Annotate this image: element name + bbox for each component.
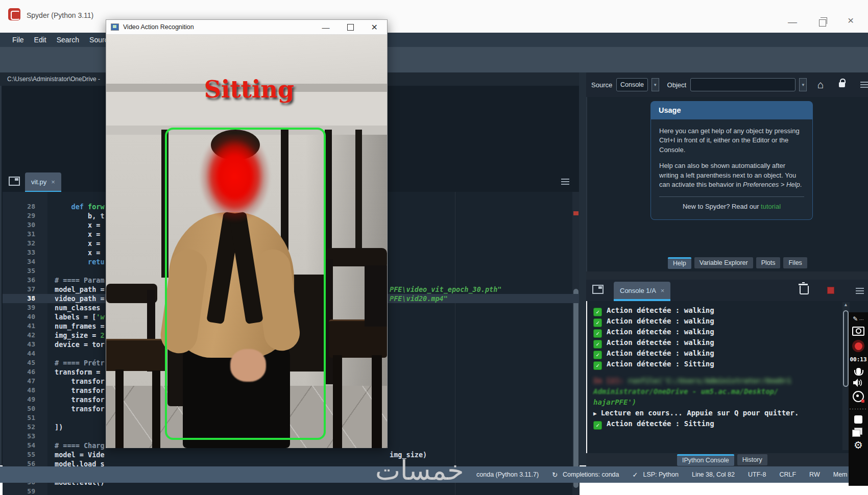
menu-item-search[interactable]: Search <box>52 36 84 44</box>
webcam-icon[interactable] <box>853 391 864 402</box>
editor-line[interactable]: 59 <box>3 487 580 495</box>
tab-files[interactable]: Files <box>783 257 807 268</box>
check-icon: ✓ <box>633 471 638 479</box>
menu-item-file[interactable]: File <box>7 36 29 44</box>
status-item: conda (Python 3.11.7) <box>476 471 539 478</box>
interrupt-kernel-icon[interactable] <box>827 287 834 294</box>
console-line[interactable]: ✓Action détectée : walking <box>593 337 714 348</box>
console-line[interactable]: ✓Action détectée : Sitting <box>593 418 714 429</box>
tab-close-icon[interactable]: × <box>51 178 55 186</box>
status-item: Completions: conda <box>563 471 619 478</box>
check-icon: ✓ <box>593 421 602 430</box>
line-number: 30 <box>3 220 35 230</box>
tab-vit-py[interactable]: vit.py × <box>25 172 61 191</box>
tab-history[interactable]: History <box>737 454 767 465</box>
preferences-help-em: Preferences > Help <box>743 181 800 188</box>
spyder-logo-icon <box>8 8 20 20</box>
status-item: RW <box>809 471 820 478</box>
editor-line[interactable]: 55model = Vide <box>3 450 580 459</box>
line-number: 33 <box>3 248 35 257</box>
ipython-console-output[interactable]: ✓Action détectée : walking✓Action détect… <box>587 301 868 453</box>
vertical-splitter[interactable] <box>579 72 586 465</box>
gear-icon[interactable]: ⚙ <box>854 439 863 451</box>
detection-bounding-box <box>165 128 326 440</box>
scroll-up-icon[interactable]: ▲ <box>843 302 848 307</box>
drag-dots-icon[interactable]: ······· <box>850 406 867 411</box>
stop-button-icon[interactable] <box>854 415 862 424</box>
console-line[interactable]: ✓Action détectée : walking <box>593 305 714 316</box>
recording-timer: 00:13 <box>850 356 866 363</box>
blurred-console-line[interactable]: Administrator/OneDrive - um5.ac.ma/Deskt… <box>593 386 778 397</box>
video-close-button[interactable]: ✕ <box>371 22 378 32</box>
restore-button[interactable] <box>819 19 826 27</box>
refresh-icon: ↻ <box>552 471 558 479</box>
line-number: 29 <box>3 211 35 220</box>
help-header: Source Console ▼ Object ▼ ⌂ <box>586 72 868 97</box>
menu-item-edit[interactable]: Edit <box>29 36 52 44</box>
line-number: 51 <box>3 413 35 423</box>
line-number: 38 <box>3 294 35 303</box>
line-number: 54 <box>3 441 35 450</box>
usage-title: Usage <box>650 101 813 119</box>
source-select[interactable]: Console <box>616 78 647 91</box>
tab-console-1a[interactable]: Console 1/A × <box>614 282 670 299</box>
console-line[interactable]: ✓Action détectée : walking <box>593 316 714 327</box>
left-chair-seat <box>106 339 166 371</box>
tutorial-link[interactable]: tutorial <box>761 203 781 210</box>
console-line[interactable]: ✓Action détectée : Sitting <box>593 359 714 369</box>
line-number: 31 <box>3 230 35 239</box>
video-window[interactable]: Video Action Recognition — ✕ <box>106 19 388 448</box>
close-button[interactable]: × <box>848 16 854 25</box>
line-number: 39 <box>3 303 35 312</box>
window-title: Spyder (Python 3.11) <box>27 11 93 19</box>
tab-help[interactable]: Help <box>668 257 691 269</box>
tab-variable-explorer[interactable]: Variable Explorer <box>694 257 753 268</box>
editor-code-fragment[interactable]: PFE\vid20.mp4" <box>390 294 448 303</box>
help-pane: Usage Here you can get help of any objec… <box>586 97 868 254</box>
console-line[interactable]: ✓Action détectée : walking <box>593 327 714 337</box>
lock-icon[interactable] <box>839 82 845 87</box>
help-tab-row: HelpVariable ExplorerPlotsFiles <box>586 254 868 271</box>
console-line[interactable]: ✓Action détectée : walking <box>593 348 714 359</box>
editor-code-fragment[interactable]: PFE\video_vit_epoch_30.pth" <box>390 285 501 294</box>
minimize-button[interactable]: — <box>788 17 797 27</box>
record-button-icon[interactable] <box>852 340 864 352</box>
line-number: 53 <box>3 432 35 441</box>
microphone-icon[interactable] <box>856 368 861 375</box>
object-input[interactable] <box>690 78 795 91</box>
blurred-console-line[interactable]: In [2]: runfile('C:/Users/Administrator/… <box>593 376 791 386</box>
check-icon: ✓ <box>593 318 602 327</box>
console-tab-close-icon[interactable]: × <box>661 287 665 294</box>
trash-icon[interactable] <box>800 286 809 294</box>
console-pane-split-icon[interactable] <box>592 285 604 294</box>
layers-icon[interactable] <box>854 428 862 435</box>
horizontal-splitter[interactable] <box>586 271 868 280</box>
line-number: 44 <box>3 349 35 358</box>
home-icon[interactable]: ⌂ <box>817 79 824 91</box>
line-number: 40 <box>3 312 35 321</box>
video-window-titlebar[interactable]: Video Action Recognition — ✕ <box>106 20 387 35</box>
pane-split-icon[interactable] <box>9 177 20 186</box>
tab-plots[interactable]: Plots <box>756 257 781 268</box>
console-scrollbar-handle[interactable] <box>843 310 849 387</box>
line-number: 48 <box>3 386 35 395</box>
screenshot-camera-icon[interactable] <box>852 327 864 336</box>
object-dropdown-icon[interactable]: ▼ <box>799 78 807 91</box>
video-maximize-button[interactable] <box>347 24 354 31</box>
annotate-pen-icon[interactable]: ✎ ··· <box>853 315 864 323</box>
tab-ipython-console[interactable]: IPython Console <box>677 454 734 466</box>
editor-options-icon[interactable] <box>561 179 569 185</box>
play-icon: ▶ <box>593 410 597 417</box>
line-number: 32 <box>3 239 35 248</box>
source-dropdown-icon[interactable]: ▼ <box>652 78 659 91</box>
speaker-icon[interactable] <box>853 379 863 387</box>
line-number: 37 <box>3 285 35 294</box>
line-number: 55 <box>3 450 35 459</box>
console-line[interactable]: ▶Lecture en cours... Appuie sur Q pour q… <box>593 408 799 418</box>
console-options-icon[interactable] <box>856 288 864 294</box>
help-options-icon[interactable] <box>860 82 868 88</box>
video-minimize-button[interactable]: — <box>322 23 330 32</box>
line-number: 50 <box>3 404 35 413</box>
line-number: 42 <box>3 331 35 340</box>
console-line[interactable]: hajarPFE') <box>593 397 636 408</box>
